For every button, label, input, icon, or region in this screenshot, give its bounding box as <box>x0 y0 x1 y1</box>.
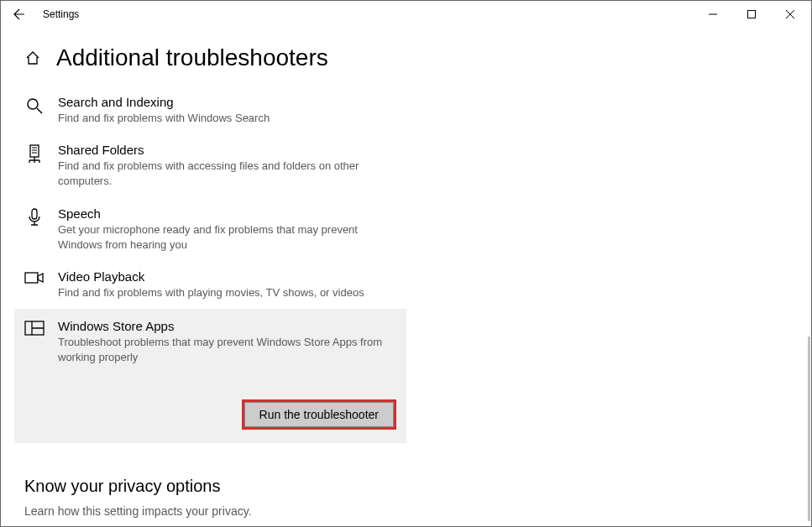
troubleshooter-video-playback[interactable]: Video Playback Find and fix problems wit… <box>24 261 406 309</box>
run-troubleshooter-button[interactable]: Run the troubleshooter <box>242 399 396 430</box>
troubleshooter-title: Windows Store Apps <box>58 319 396 333</box>
svg-rect-2 <box>30 145 39 157</box>
troubleshooter-title: Video Playback <box>58 269 396 284</box>
privacy-title: Know your privacy options <box>24 477 788 496</box>
minimize-button[interactable] <box>694 1 732 28</box>
titlebar: Settings <box>1 1 811 28</box>
window-controls <box>694 1 809 28</box>
svg-rect-3 <box>32 209 37 219</box>
troubleshooter-windows-store-apps[interactable]: Windows Store Apps Troubleshoot problems… <box>14 309 406 442</box>
troubleshooter-shared-folders[interactable]: Shared Folders Find and fix problems wit… <box>24 134 406 197</box>
troubleshooter-title: Shared Folders <box>58 143 396 157</box>
content-area: Additional troubleshooters Search and In… <box>1 28 811 527</box>
home-icon <box>24 50 41 66</box>
troubleshooter-desc: Find and fix problems with Windows Searc… <box>58 111 396 126</box>
maximize-button[interactable] <box>732 1 771 28</box>
back-button[interactable] <box>3 1 36 28</box>
troubleshooter-desc: Find and fix problems with playing movie… <box>58 285 396 300</box>
close-button[interactable] <box>771 1 809 28</box>
svg-rect-4 <box>25 273 38 283</box>
microphone-icon <box>24 208 45 228</box>
troubleshooter-desc: Find and fix problems with accessing fil… <box>58 159 396 189</box>
troubleshooter-title: Search and Indexing <box>58 95 396 109</box>
shared-folders-icon <box>24 144 45 164</box>
video-icon <box>24 271 45 291</box>
troubleshooter-search-indexing[interactable]: Search and Indexing Find and fix problem… <box>24 86 406 134</box>
maximize-icon <box>747 10 756 18</box>
page-header: Additional troubleshooters <box>24 44 788 71</box>
troubleshooter-desc: Get your microphone ready and fix proble… <box>58 222 396 253</box>
troubleshooter-list: Search and Indexing Find and fix problem… <box>24 86 406 443</box>
home-button[interactable] <box>24 50 41 66</box>
privacy-section: Know your privacy options Learn how this… <box>24 477 788 528</box>
store-apps-icon <box>24 321 45 341</box>
page-title: Additional troubleshooters <box>56 44 328 71</box>
troubleshooter-desc: Troubleshoot problems that may prevent W… <box>58 335 396 365</box>
minimize-icon <box>709 10 717 18</box>
search-icon <box>24 97 45 117</box>
svg-rect-0 <box>748 11 756 18</box>
back-arrow-icon <box>13 8 26 21</box>
troubleshooter-title: Speech <box>58 206 396 221</box>
svg-point-1 <box>28 99 38 109</box>
scrollbar[interactable] <box>808 337 810 521</box>
close-icon <box>786 10 794 18</box>
troubleshooter-speech[interactable]: Speech Get your microphone ready and fix… <box>24 198 406 261</box>
window-title: Settings <box>43 8 79 20</box>
privacy-desc: Learn how this setting impacts your priv… <box>24 504 788 518</box>
